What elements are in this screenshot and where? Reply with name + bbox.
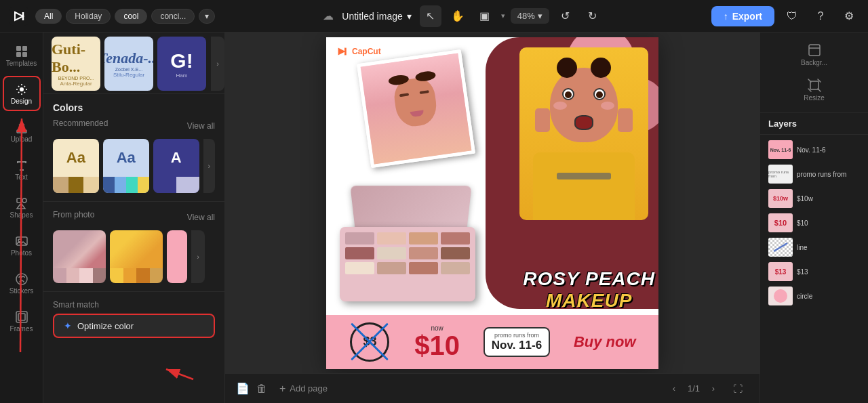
canvas-design[interactable]: CapCut: [326, 37, 658, 369]
layer-thumb: [768, 238, 793, 257]
svg-point-9: [22, 198, 26, 203]
canvas-bottom-right: ‹ 1/1 › ⛶: [666, 378, 749, 400]
shield-icon[interactable]: 🛡: [781, 5, 803, 27]
tag-more-btn[interactable]: ▾: [199, 9, 215, 24]
sidebar-item-shapes[interactable]: Shapes: [3, 190, 41, 225]
palette-card-0[interactable]: Aa: [53, 139, 99, 193]
font-card-2[interactable]: G! Ham: [157, 37, 206, 91]
redo-btn[interactable]: ↻: [582, 5, 604, 27]
topbar-center: ☁ Untitled image ▾ ↖ ✋ ▣ ▾ 48% ▾ ↺ ↻: [220, 5, 705, 27]
layout-btn[interactable]: ▣: [474, 5, 496, 27]
sidebar-item-stickers[interactable]: Stickers: [3, 266, 41, 301]
canvas-inner[interactable]: CapCut: [225, 33, 760, 373]
prev-page-btn[interactable]: ‹: [666, 381, 682, 397]
sidebar-item-upload[interactable]: Upload: [3, 114, 41, 149]
app-logo[interactable]: [8, 5, 30, 27]
layer-thumb: [768, 287, 793, 305]
export-button[interactable]: ↑ Export: [711, 6, 774, 26]
resize-tool[interactable]: Resize: [766, 73, 863, 107]
svg-point-13: [16, 274, 27, 284]
sidebar-item-frames[interactable]: Frames: [3, 303, 41, 339]
select-tool-btn[interactable]: ↖: [420, 5, 441, 27]
next-page-btn[interactable]: ›: [705, 381, 722, 397]
palette-card-2[interactable]: A: [153, 139, 199, 193]
document-title: Untitled image: [342, 11, 403, 22]
model-photo-2: [519, 47, 648, 220]
document-title-area[interactable]: Untitled image ▾: [342, 11, 412, 22]
tag-cool[interactable]: cool: [115, 9, 147, 24]
palette-card-1[interactable]: Aa: [103, 139, 149, 193]
layer-item[interactable]: $10w $10w: [763, 186, 865, 211]
settings-icon[interactable]: ⚙: [838, 5, 860, 27]
original-price: $3: [349, 321, 391, 363]
add-page-button[interactable]: + Add page: [274, 380, 333, 398]
shapes-label: Shapes: [10, 211, 33, 219]
font-card-1[interactable]: Tenada-... Zocbel X-E... Stilu-Regular: [104, 37, 153, 91]
title-line2: MAKEUP: [523, 290, 655, 312]
layer-item[interactable]: promo runs from promo runs from: [763, 162, 865, 186]
zoom-level: 48%: [517, 11, 535, 21]
sidebar-item-text[interactable]: Text: [3, 152, 41, 187]
layer-item[interactable]: $13 $13: [763, 259, 865, 284]
help-icon[interactable]: ?: [810, 5, 831, 27]
page-icon[interactable]: 📄: [236, 382, 250, 395]
background-tool[interactable]: Backgr...: [766, 38, 863, 72]
layer-item[interactable]: $10 $10: [763, 211, 865, 235]
hand-tool-btn[interactable]: ✋: [447, 5, 469, 27]
left-sidebar: Templates Design Upload Text Shapes Phot…: [0, 33, 43, 403]
from-photo-header: From photo View all: [53, 210, 215, 225]
capcut-brand: CapCut: [352, 47, 381, 56]
font-cards-next-btn[interactable]: ›: [211, 37, 224, 91]
cloud-save-icon[interactable]: ☁: [323, 9, 334, 22]
font-card-0[interactable]: Guti-Bo... BEYOND PRO... Anta-Regular: [52, 37, 100, 91]
undo-btn[interactable]: ↺: [555, 5, 576, 27]
layers-list: Nov. 11-6 Nov. 11-6 promo runs from prom…: [760, 135, 868, 403]
tag-conci[interactable]: conci...: [151, 9, 195, 24]
photo-next-btn[interactable]: ›: [191, 230, 205, 283]
add-icon: +: [279, 383, 285, 395]
layer-name: Nov. 11-6: [797, 146, 826, 154]
design-title: ROSY PEACH MAKEUP: [523, 268, 655, 312]
tag-all[interactable]: All: [35, 9, 62, 24]
delete-icon[interactable]: 🗑: [256, 383, 267, 395]
tag-holiday[interactable]: Holiday: [66, 9, 111, 24]
optimize-icon: ✦: [64, 320, 72, 331]
layer-name: line: [797, 244, 808, 251]
right-panel: Backgr... Resize Layers Nov. 11-6 Nov. 1…: [760, 33, 868, 403]
layout-dropdown-icon[interactable]: ▾: [501, 12, 505, 20]
promo-bar: $3 now $10 promo r: [326, 315, 658, 369]
topbar: All Holiday cool conci... ▾ ☁ Untitled i…: [0, 0, 868, 33]
smart-match-title: Smart match: [53, 300, 215, 310]
canvas-bottom-bar: 📄 🗑 + Add page ‹ 1/1 › ⛶: [225, 373, 760, 403]
svg-rect-8: [17, 198, 21, 203]
capcut-logo: CapCut: [336, 45, 381, 58]
optimize-color-button[interactable]: ✦ Optimize color: [53, 314, 215, 338]
title-line1: ROSY PEACH: [523, 268, 655, 290]
palette-next-btn[interactable]: ›: [203, 139, 215, 193]
sidebar-item-templates[interactable]: Templates: [3, 38, 41, 73]
svg-rect-5: [22, 52, 27, 57]
colors-view-all[interactable]: View all: [187, 121, 215, 131]
export-label: Export: [732, 11, 762, 22]
photo-palette-row: ›: [53, 230, 215, 283]
layer-item[interactable]: circle: [763, 284, 865, 308]
zoom-control[interactable]: 48% ▾: [511, 8, 549, 24]
layer-item[interactable]: line: [763, 235, 865, 259]
layer-item[interactable]: Nov. 11-6 Nov. 11-6: [763, 137, 865, 162]
design-panel: Guti-Bo... BEYOND PRO... Anta-Regular Te…: [43, 33, 225, 403]
layers-title: Layers: [760, 113, 868, 135]
title-dropdown-icon[interactable]: ▾: [407, 11, 412, 22]
photo-palette-2[interactable]: [167, 230, 187, 283]
colors-section: Colors Recommended View all Aa Aa: [43, 97, 224, 198]
photo-palette-1[interactable]: [110, 230, 163, 283]
svg-rect-17: [809, 45, 820, 56]
sidebar-item-photos[interactable]: Photos: [3, 228, 41, 263]
page-indicator: 1/1: [688, 383, 700, 394]
promo-dates-box: promo runs from Nov. 11-6: [484, 327, 550, 357]
fullscreen-icon[interactable]: ⛶: [727, 378, 749, 400]
svg-rect-15: [18, 314, 25, 320]
sidebar-item-design[interactable]: Design: [3, 76, 41, 111]
from-photo-view-all[interactable]: View all: [187, 213, 215, 222]
photo-palette-0[interactable]: [53, 230, 106, 283]
frames-label: Frames: [10, 325, 33, 333]
